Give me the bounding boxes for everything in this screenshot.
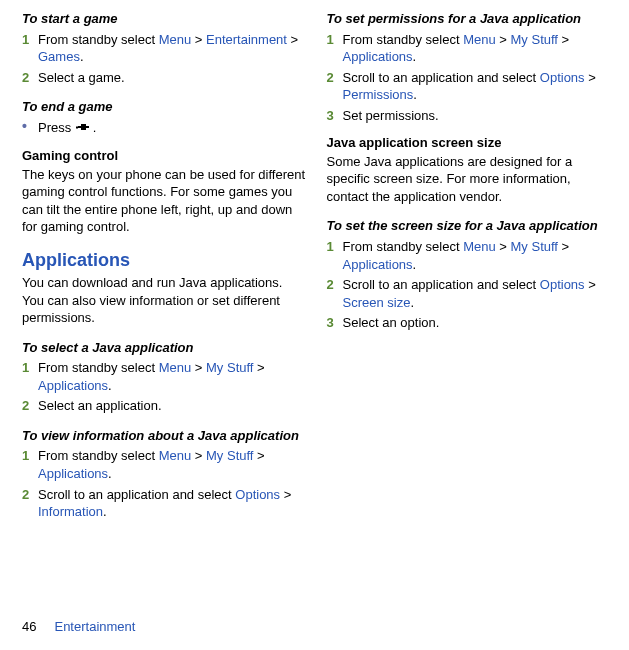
link-menu: Menu: [463, 32, 496, 47]
heading-select-java: To select a Java application: [22, 339, 307, 357]
link-mystuff: My Stuff: [511, 239, 558, 254]
heading-set-screen-size: To set the screen size for a Java applic…: [327, 217, 612, 235]
link-options: Options: [540, 277, 585, 292]
step-number: 1: [22, 31, 35, 66]
link-menu: Menu: [159, 360, 192, 375]
step-text: Select an application.: [38, 397, 307, 415]
step-text: From standby select Menu > My Stuff > Ap…: [38, 447, 307, 482]
step-number: 1: [327, 238, 340, 273]
step-2: 2 Select a game.: [22, 69, 307, 87]
step-3: 3 Set permissions.: [327, 107, 612, 125]
step-1: 1 From standby select Menu > Entertainme…: [22, 31, 307, 66]
link-options: Options: [235, 487, 280, 502]
step-text: From standby select Menu > My Stuff > Ap…: [38, 359, 307, 394]
step-2: 2 Select an application.: [22, 397, 307, 415]
link-entertainment: Entertainment: [206, 32, 287, 47]
step-2: 2 Scroll to an application and select Op…: [327, 276, 612, 311]
svg-rect-0: [76, 126, 78, 128]
step-number: 2: [22, 486, 35, 521]
heading-view-info: To view information about a Java applica…: [22, 427, 307, 445]
link-menu: Menu: [159, 448, 192, 463]
step-text: Select an option.: [343, 314, 612, 332]
page-number: 46: [22, 619, 36, 634]
bullet-icon: •: [22, 119, 35, 137]
step-number: 1: [22, 359, 35, 394]
step-number: 3: [327, 314, 340, 332]
step-text: From standby select Menu > My Stuff > Ap…: [343, 31, 612, 66]
step-number: 2: [22, 69, 35, 87]
link-mystuff: My Stuff: [511, 32, 558, 47]
step-3: 3 Select an option.: [327, 314, 612, 332]
paragraph: Some Java applications are designed for …: [327, 153, 612, 206]
link-mystuff: My Stuff: [206, 448, 253, 463]
heading-applications: Applications: [22, 248, 307, 272]
step-text: Scroll to an application and select Opti…: [38, 486, 307, 521]
step-text: From standby select Menu > Entertainment…: [38, 31, 307, 66]
link-menu: Menu: [463, 239, 496, 254]
step-number: 2: [327, 276, 340, 311]
step-text: Scroll to an application and select Opti…: [343, 69, 612, 104]
page-footer: 46Entertainment: [22, 618, 135, 636]
step-1: 1 From standby select Menu > My Stuff > …: [327, 238, 612, 273]
step-text: Select a game.: [38, 69, 307, 87]
link-applications: Applications: [343, 257, 413, 272]
paragraph: You can download and run Java applicatio…: [22, 274, 307, 327]
step-number: 2: [22, 397, 35, 415]
step-text: Set permissions.: [343, 107, 612, 125]
heading-set-permissions: To set permissions for a Java applicatio…: [327, 10, 612, 28]
heading-screen-size: Java application screen size: [327, 134, 612, 152]
step-2: 2 Scroll to an application and select Op…: [22, 486, 307, 521]
link-applications: Applications: [38, 378, 108, 393]
right-column: To set permissions for a Java applicatio…: [327, 10, 612, 524]
paragraph: The keys on your phone can be used for d…: [22, 166, 307, 236]
link-options: Options: [540, 70, 585, 85]
link-menu: Menu: [159, 32, 192, 47]
step-number: 2: [327, 69, 340, 104]
link-games: Games: [38, 49, 80, 64]
footer-section: Entertainment: [54, 619, 135, 634]
link-applications: Applications: [343, 49, 413, 64]
step-number: 1: [22, 447, 35, 482]
left-column: To start a game 1 From standby select Me…: [22, 10, 307, 524]
link-screen-size: Screen size: [343, 295, 411, 310]
step-1: 1 From standby select Menu > My Stuff > …: [22, 447, 307, 482]
step-number: 1: [327, 31, 340, 66]
step-number: 3: [327, 107, 340, 125]
end-key-icon: [75, 120, 93, 138]
heading-end-game: To end a game: [22, 98, 307, 116]
step-text: From standby select Menu > My Stuff > Ap…: [343, 238, 612, 273]
heading-start-game: To start a game: [22, 10, 307, 28]
step-text: Press .: [38, 119, 307, 137]
heading-gaming-control: Gaming control: [22, 147, 307, 165]
link-applications: Applications: [38, 466, 108, 481]
step-text: Scroll to an application and select Opti…: [343, 276, 612, 311]
bullet-step: • Press .: [22, 119, 307, 137]
link-mystuff: My Stuff: [206, 360, 253, 375]
link-information: Information: [38, 504, 103, 519]
step-1: 1 From standby select Menu > My Stuff > …: [22, 359, 307, 394]
step-2: 2 Scroll to an application and select Op…: [327, 69, 612, 104]
link-permissions: Permissions: [343, 87, 414, 102]
step-1: 1 From standby select Menu > My Stuff > …: [327, 31, 612, 66]
